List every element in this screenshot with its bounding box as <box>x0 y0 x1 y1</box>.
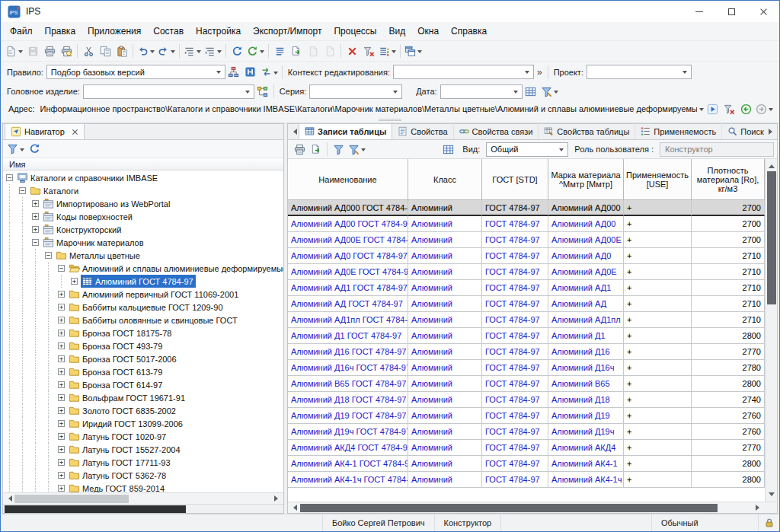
table-row[interactable]: Алюминий АК4-1 ГОСТ 4784-97АлюминийГОСТ … <box>288 456 765 472</box>
menu-item[interactable]: Экспорт/Импорт <box>247 24 328 39</box>
swap-context-icon[interactable] <box>259 64 280 81</box>
redo-icon[interactable] <box>156 43 177 59</box>
copy-object-icon[interactable] <box>288 43 305 59</box>
dropdown-arrow-icon[interactable] <box>260 50 264 56</box>
dropdown-arrow-icon[interactable] <box>217 50 222 56</box>
dropdown-arrow-icon[interactable] <box>150 50 155 56</box>
filter-edit-icon[interactable] <box>539 83 560 100</box>
table-row[interactable]: Алюминий АД1 ГОСТ 4784-97АлюминийГОСТ 47… <box>288 280 765 296</box>
expand-icon[interactable]: + <box>29 210 42 223</box>
expand-icon[interactable]: + <box>55 378 68 391</box>
table-row[interactable]: Алюминий АД000 ГОСТ 4784-97АлюминийГОСТ … <box>288 200 765 216</box>
menu-item[interactable]: Состав <box>147 24 190 39</box>
dropdown-arrow-icon[interactable] <box>769 108 773 113</box>
tab-применяемость[interactable]: Применяемость <box>635 123 722 139</box>
dropdown-arrow-icon[interactable] <box>20 148 24 154</box>
tree-item[interactable]: +Импортировано из WebPortal <box>3 197 283 210</box>
tree-item[interactable]: −Алюминий и сплавы алюминиевые деформиру… <box>3 262 283 275</box>
menu-item[interactable]: Правка <box>39 24 82 39</box>
export-table-icon[interactable] <box>308 141 324 158</box>
collapse-icon[interactable]: − <box>16 184 29 197</box>
expand-icon[interactable]: + <box>55 443 68 456</box>
combo-arrow-icon[interactable] <box>521 65 533 78</box>
expand-icon[interactable]: + <box>55 327 68 339</box>
column-header[interactable]: Класс <box>408 159 482 200</box>
menu-item[interactable]: Приложения <box>82 24 147 39</box>
cut-icon[interactable] <box>80 43 97 59</box>
tree-item[interactable]: +Иридий ГОСТ 13099-2006 <box>3 417 283 430</box>
tree-item[interactable]: +Бронза ГОСТ 614-97 <box>3 378 283 391</box>
table-row[interactable]: Алюминий В65 ГОСТ 4784-97АлюминийГОСТ 47… <box>288 376 765 392</box>
tabs-scroll-right-icon[interactable] <box>766 123 777 139</box>
collapse-icon[interactable]: − <box>3 171 16 184</box>
combo-arrow-icon[interactable] <box>555 143 567 156</box>
head-product-combobox[interactable] <box>83 84 254 99</box>
tree-item[interactable]: +Бронза ГОСТ 18175-78 <box>3 327 283 339</box>
clear-address-filter-icon[interactable] <box>721 100 737 117</box>
table-row[interactable]: Алюминий Д1 ГОСТ 4784-97АлюминийГОСТ 478… <box>288 328 765 344</box>
series-combobox[interactable] <box>309 84 402 99</box>
collapse-strip[interactable] <box>1 117 779 123</box>
menu-item[interactable]: Окна <box>411 24 445 39</box>
tree-item[interactable]: −Каталоги <box>3 184 283 197</box>
tree-item[interactable]: +Конструкторский <box>3 223 283 236</box>
collapse-icon[interactable]: − <box>29 236 42 249</box>
menu-item[interactable]: Справка <box>445 24 493 39</box>
back-button[interactable] <box>737 100 754 117</box>
expand-icon[interactable]: + <box>55 365 68 378</box>
view-grid-icon[interactable] <box>440 141 456 158</box>
dropdown-arrow-icon[interactable] <box>417 50 422 56</box>
print-preview-icon[interactable] <box>58 43 75 59</box>
address-path[interactable]: Информационное пространство\Каталоги и с… <box>40 104 697 113</box>
menu-item[interactable]: Процессы <box>328 24 382 39</box>
tree-item[interactable]: −Металлы цветные <box>3 249 283 262</box>
table-row[interactable]: Алюминий АД ГОСТ 4784-97АлюминийГОСТ 478… <box>288 296 765 312</box>
table-row[interactable]: Алюминий АД1пл ГОСТ 4784-97АлюминийГОСТ … <box>288 312 765 328</box>
scroll-up-icon[interactable] <box>766 159 777 170</box>
dropdown-arrow-icon[interactable] <box>197 50 201 56</box>
tab-поиск-применяемости[interactable]: Поиск применяемости <box>722 123 766 139</box>
date-combobox[interactable] <box>440 84 523 99</box>
expand-icon[interactable]: + <box>55 301 68 314</box>
collapse-icon[interactable]: − <box>42 249 55 262</box>
tree-item[interactable]: +Коды поверхностей <box>3 210 283 223</box>
tree-item[interactable]: +Алюминий ГОСТ 4784-97 <box>3 275 283 288</box>
tree-levels-alt-icon[interactable] <box>203 43 223 59</box>
dropdown-arrow-icon[interactable] <box>554 91 558 96</box>
tree-item[interactable]: +Латунь ГОСТ 1020-97 <box>3 430 283 443</box>
menu-item[interactable]: Файл <box>4 24 39 39</box>
tree-item[interactable]: +Золото ГОСТ 6835-2002 <box>3 404 283 417</box>
tree-item[interactable]: +Бронза ГОСТ 5017-2006 <box>3 352 283 365</box>
windows-cascade-icon[interactable] <box>403 43 424 59</box>
expand-icon[interactable]: + <box>29 223 42 236</box>
expand-icon[interactable]: + <box>55 456 68 469</box>
table-filter-settings-icon[interactable] <box>347 141 367 158</box>
table-view-icon[interactable] <box>523 83 539 100</box>
scroll-left-icon[interactable] <box>288 502 299 513</box>
tab-записи-таблицы[interactable]: Записи таблицы <box>299 123 392 139</box>
table-vertical-scrollbar[interactable] <box>765 159 777 502</box>
combo-arrow-icon[interactable] <box>679 65 691 78</box>
table-row[interactable]: Алюминий АД0 ГОСТ 4784-97АлюминийГОСТ 47… <box>288 248 765 264</box>
combo-arrow-icon[interactable] <box>213 65 225 78</box>
table-row[interactable]: Алюминий АД0Е ГОСТ 4784-97АлюминийГОСТ 4… <box>288 264 765 280</box>
expand-icon[interactable]: + <box>55 352 68 365</box>
table-row[interactable]: Алюминий АД00 ГОСТ 4784-97АлюминийГОСТ 4… <box>288 216 765 232</box>
table-row[interactable]: Алюминий Д19 ГОСТ 4784-97АлюминийГОСТ 47… <box>288 408 765 424</box>
close-tab-icon[interactable] <box>72 129 78 135</box>
scroll-left-icon[interactable] <box>3 493 14 504</box>
copy-icon[interactable] <box>97 43 113 59</box>
clear-filter-icon[interactable] <box>360 43 377 59</box>
expand-icon[interactable]: + <box>55 288 68 301</box>
expand-icon[interactable]: + <box>55 404 68 417</box>
configuration-icon[interactable] <box>254 83 271 100</box>
column-header[interactable]: Применяемость [USE] <box>624 159 692 200</box>
expand-icon[interactable]: + <box>55 391 68 404</box>
expand-icon[interactable]: + <box>55 469 68 482</box>
dropdown-arrow-icon[interactable] <box>361 148 366 154</box>
tree-item[interactable]: +Медь ГОСТ 859-2014 <box>3 482 283 492</box>
structure-hierarchy-icon[interactable] <box>225 64 242 81</box>
menu-item[interactable]: Вид <box>383 24 412 39</box>
collapse-icon[interactable]: − <box>55 262 68 275</box>
minimize-button[interactable] <box>683 1 715 22</box>
